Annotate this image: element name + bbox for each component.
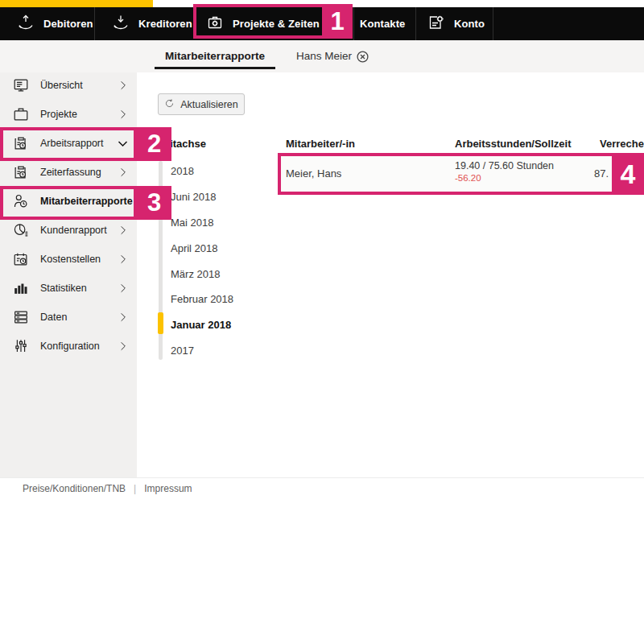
sidebar-item-label: Zeiterfassung [40, 167, 101, 178]
active-tab-underline [155, 67, 275, 69]
sliders-icon [11, 336, 31, 356]
nav-item-label: Debitoren [43, 18, 93, 30]
nav-item-projekte-zeiten[interactable]: Projekte & Zeiten [196, 7, 322, 40]
timeline-list: 2018 Juni 2018 Mai 2018 April 2018 März … [171, 159, 233, 363]
server-icon [11, 308, 31, 327]
person-clock-icon [11, 192, 31, 211]
column-header-verrechenbar: Verrechen [600, 138, 644, 150]
chevron-right-icon [118, 254, 129, 265]
hand-arrow-down-icon [111, 13, 130, 35]
yellow-accent-bar [0, 0, 153, 7]
nav-item-label: Kreditoren [138, 18, 192, 30]
timeline-title: Zeitachse [158, 138, 206, 150]
footer-divider-line [0, 477, 644, 478]
cell-hours: 19.40 / 75.60 Stunden -56.20 [455, 160, 554, 184]
chevron-right-icon [118, 225, 129, 236]
column-header-mitarbeiter: Mitarbeiter/-in [286, 138, 355, 150]
calendar-clock-icon [11, 250, 31, 269]
chevron-right-icon [118, 167, 129, 178]
clipboard-clock-icon [11, 163, 31, 182]
footer-link-preise[interactable]: Preise/Konditionen/TNB [23, 483, 126, 494]
refresh-button-label: Aktualisieren [180, 99, 238, 110]
footer-link-impressum[interactable]: Impressum [144, 483, 192, 494]
refresh-button[interactable]: Aktualisieren [158, 93, 245, 115]
nav-item-kontakte[interactable]: Kontakte [354, 7, 415, 40]
nav-item-label: Konto [454, 18, 485, 30]
close-circle-icon[interactable] [357, 51, 369, 63]
sidebar-item-label: Arbeitsrapport [40, 138, 104, 149]
sidebar-item-daten[interactable]: Daten [0, 303, 137, 332]
sidebar-item-zeiterfassung[interactable]: Zeiterfassung [0, 158, 137, 187]
sidebar-item-arbeitsrapport[interactable]: Arbeitsrapport [0, 129, 137, 158]
nav-item-label: Kontakte [360, 18, 405, 30]
top-strip [0, 0, 644, 7]
timeline-item[interactable]: 2018 [171, 159, 233, 184]
chevron-right-icon [118, 283, 129, 294]
cell-billable-value: 87. [570, 156, 609, 192]
sidebar-item-mitarbeiterrapporte[interactable]: Mitarbeiterrapporte [0, 187, 137, 216]
timeline-item[interactable]: April 2018 [171, 235, 233, 261]
refresh-icon [164, 98, 175, 111]
tab-hans-meier[interactable]: Hans Meier [296, 40, 352, 72]
hours-value: 19.40 / 75.60 Stunden [455, 160, 554, 172]
annotation-badge-4: 4 [612, 153, 644, 195]
column-header-arbeitsstunden: Arbeitsstunden/Sollzeit [455, 138, 571, 150]
sidebar-item-statistiken[interactable]: Statistiken [0, 274, 137, 303]
document-gear-icon [427, 13, 446, 35]
timeline-item[interactable]: Juni 2018 [171, 184, 233, 210]
clipboard-clock-icon [11, 134, 31, 153]
sidebar-item-label: Projekte [40, 109, 77, 120]
sidebar-item-label: Konfiguration [40, 341, 100, 352]
tab-bar: Mitarbeiterrapporte Hans Meier [0, 40, 644, 72]
main-content: Aktualisieren Zeitachse 2018 Juni 2018 M… [137, 72, 644, 477]
timeline-selected-marker [158, 312, 163, 334]
sidebar-item-konfiguration[interactable]: Konfiguration [0, 332, 137, 361]
nav-item-kreditoren[interactable]: Kreditoren [95, 7, 189, 40]
sidebar-item-label: Statistiken [40, 283, 87, 294]
chevron-right-icon [118, 341, 129, 352]
app-window: Debitoren Kreditoren Projekte & Zeiten K… [0, 0, 644, 644]
main-navbar: Debitoren Kreditoren Projekte & Zeiten K… [0, 7, 644, 40]
hand-arrow-up-icon [16, 13, 35, 35]
monitor-list-icon [11, 76, 31, 95]
sidebar-menu: Übersicht Projekte Arbeitsrapport [0, 71, 137, 361]
timeline-item[interactable]: Mai 2018 [171, 210, 233, 236]
timeline-item-selected[interactable]: Januar 2018 [171, 312, 233, 338]
sidebar-item-label: Daten [40, 312, 67, 323]
sidebar-item-label: Kostenstellen [40, 254, 101, 265]
sidebar: Übersicht Projekte Arbeitsrapport [0, 72, 137, 477]
pie-clock-icon [11, 221, 31, 240]
cell-employee-name: Meier, Hans [286, 156, 341, 192]
timeline-item[interactable]: März 2018 [171, 261, 233, 287]
hours-delta-negative: -56.20 [455, 172, 554, 184]
footer-link-separator: | [134, 483, 136, 494]
footer: Preise/Konditionen/TNB | Impressum [23, 483, 192, 494]
timeline-item[interactable]: 2017 [171, 338, 233, 364]
briefcase-gear-icon [205, 13, 225, 35]
briefcase-icon [11, 105, 31, 124]
sidebar-item-projekte[interactable]: Projekte [0, 100, 137, 129]
sidebar-item-label: Kundenrapport [40, 225, 107, 236]
sidebar-item-uebersicht[interactable]: Übersicht [0, 71, 137, 100]
nav-item-label: Projekte & Zeiten [233, 18, 320, 30]
nav-item-debitoren[interactable]: Debitoren [0, 7, 94, 40]
sidebar-item-label: Mitarbeiterrapporte [40, 196, 133, 207]
chevron-right-icon [118, 80, 129, 91]
timeline-item[interactable]: Februar 2018 [171, 287, 233, 312]
chevron-right-icon [118, 109, 129, 120]
sidebar-item-kundenrapport[interactable]: Kundenrapport [0, 216, 137, 245]
chevron-down-icon [117, 138, 129, 150]
chevron-right-icon [118, 312, 129, 323]
sidebar-item-kostenstellen[interactable]: Kostenstellen [0, 245, 137, 274]
nav-item-konto[interactable]: Konto [415, 7, 493, 40]
bar-chart-icon [11, 279, 31, 298]
nav-separator [493, 7, 493, 40]
sidebar-item-label: Übersicht [40, 80, 83, 91]
